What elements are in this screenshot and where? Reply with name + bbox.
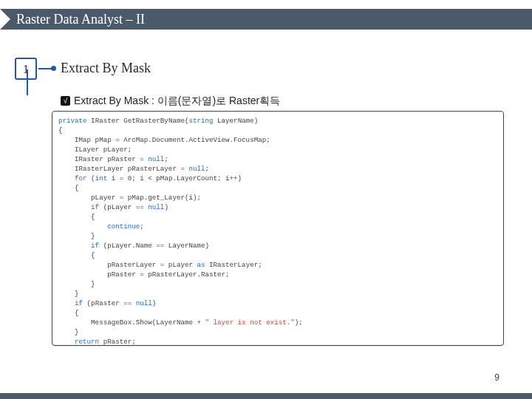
connector-vline — [27, 69, 28, 95]
check-bullet-icon: √ — [61, 96, 70, 106]
subhead-text: Extract By Mask : 이름(문자열)로 Raster획득 — [74, 95, 280, 108]
page-number: 9 — [494, 372, 499, 383]
connector-dot-icon — [51, 66, 56, 71]
connector-line — [38, 68, 52, 69]
footer-bar — [0, 393, 532, 399]
section-title: Extract By Mask — [61, 61, 151, 76]
page-title: Raster Data Analyst – II — [16, 9, 145, 30]
header-chevron-icon — [0, 9, 10, 30]
slide: Raster Data Analyst – II 1 Extract By Ma… — [0, 0, 532, 399]
code-block: private IRaster GetRasterByName(string L… — [58, 116, 497, 346]
code-panel: private IRaster GetRasterByName(string L… — [52, 111, 504, 346]
step-number-box: 1 — [15, 58, 37, 80]
